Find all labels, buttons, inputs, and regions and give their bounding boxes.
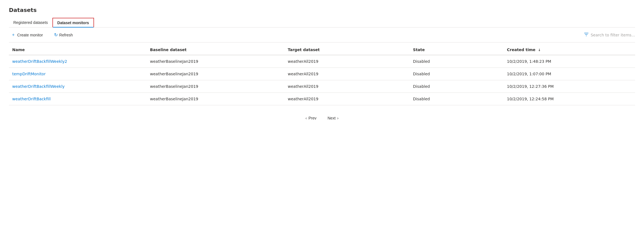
cell-baseline: weatherBaselineJan2019 xyxy=(147,93,285,105)
table-row: weatherDriftBackfillWeekly2weatherBaseli… xyxy=(9,55,635,68)
filter-icon xyxy=(584,32,589,38)
cell-target: weatherAll2019 xyxy=(285,80,410,93)
search-placeholder[interactable]: Search to filter items... xyxy=(591,33,635,37)
toolbar: ＋ Create monitor ↻ Refresh Search to fil… xyxy=(9,28,635,43)
page-title: Datasets xyxy=(9,7,635,13)
cell-created: 10/2/2019, 12:24:58 PM xyxy=(504,93,635,105)
cell-baseline: weatherBaselineJan2019 xyxy=(147,68,285,80)
next-label: Next xyxy=(328,116,336,120)
cell-state: Disabled xyxy=(410,55,504,68)
tab-registered-datasets[interactable]: Registered datasets xyxy=(9,18,52,27)
tab-dataset-monitors[interactable]: Dataset monitors xyxy=(52,18,94,27)
prev-button[interactable]: ‹ Prev xyxy=(302,114,320,122)
plus-icon: ＋ xyxy=(11,32,16,38)
create-monitor-button[interactable]: ＋ Create monitor xyxy=(9,31,45,39)
table-row: tempDriftMonitorweatherBaselineJan2019we… xyxy=(9,68,635,80)
chevron-left-icon: ‹ xyxy=(306,116,307,120)
cell-name: tempDriftMonitor xyxy=(9,68,147,80)
cell-state: Disabled xyxy=(410,68,504,80)
cell-created: 10/2/2019, 1:48:23 PM xyxy=(504,55,635,68)
col-header-created[interactable]: Created time ↓ xyxy=(504,45,635,55)
tabs-container: Registered datasets Dataset monitors xyxy=(9,18,635,28)
chevron-right-icon: › xyxy=(337,116,339,120)
table-row: weatherDriftBackfillWeeklyweatherBaselin… xyxy=(9,80,635,93)
monitor-link[interactable]: weatherDriftBackfillWeekly xyxy=(12,84,65,89)
col-header-baseline: Baseline dataset xyxy=(147,45,285,55)
prev-label: Prev xyxy=(308,116,316,120)
table-row: weatherDriftBackfillweatherBaselineJan20… xyxy=(9,93,635,105)
cell-target: weatherAll2019 xyxy=(285,68,410,80)
cell-created: 10/2/2019, 1:07:00 PM xyxy=(504,68,635,80)
refresh-icon: ↻ xyxy=(54,32,58,38)
cell-baseline: weatherBaselineJan2019 xyxy=(147,55,285,68)
refresh-label: Refresh xyxy=(59,33,73,37)
monitor-link[interactable]: tempDriftMonitor xyxy=(12,72,45,76)
cell-name: weatherDriftBackfillWeekly2 xyxy=(9,55,147,68)
next-button[interactable]: Next › xyxy=(324,114,342,122)
col-header-name: Name xyxy=(9,45,147,55)
toolbar-left: ＋ Create monitor ↻ Refresh xyxy=(9,31,75,39)
refresh-button[interactable]: ↻ Refresh xyxy=(52,31,75,39)
search-area: Search to filter items... xyxy=(584,32,635,38)
cell-baseline: weatherBaselineJan2019 xyxy=(147,80,285,93)
cell-state: Disabled xyxy=(410,80,504,93)
create-monitor-label: Create monitor xyxy=(17,33,43,37)
sort-desc-icon: ↓ xyxy=(538,48,541,52)
cell-target: weatherAll2019 xyxy=(285,55,410,68)
dataset-monitors-table: Name Baseline dataset Target dataset Sta… xyxy=(9,45,635,105)
pagination: ‹ Prev Next › xyxy=(9,112,635,124)
cell-state: Disabled xyxy=(410,93,504,105)
cell-target: weatherAll2019 xyxy=(285,93,410,105)
cell-name: weatherDriftBackfill xyxy=(9,93,147,105)
monitor-link[interactable]: weatherDriftBackfillWeekly2 xyxy=(12,59,67,64)
col-header-state: State xyxy=(410,45,504,55)
monitor-link[interactable]: weatherDriftBackfill xyxy=(12,97,51,101)
cell-created: 10/2/2019, 12:27:36 PM xyxy=(504,80,635,93)
cell-name: weatherDriftBackfillWeekly xyxy=(9,80,147,93)
col-header-target: Target dataset xyxy=(285,45,410,55)
table-header-row: Name Baseline dataset Target dataset Sta… xyxy=(9,45,635,55)
